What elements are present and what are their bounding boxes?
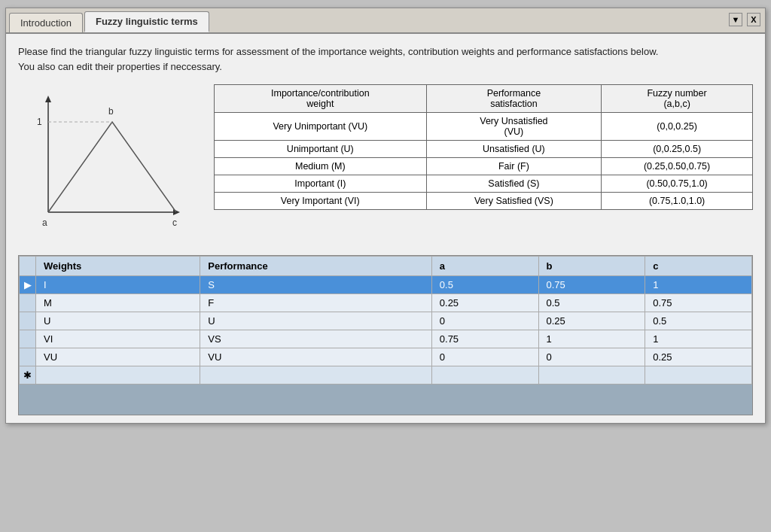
cell-a[interactable]: 0.75	[431, 330, 538, 348]
new-cell-weights[interactable]	[36, 366, 200, 385]
tab-fuzzy-linguistic-terms[interactable]: Fuzzy linguistic terms	[84, 11, 209, 32]
svg-text:a: a	[42, 217, 47, 228]
row-indicator	[20, 330, 36, 348]
svg-text:1: 1	[37, 117, 42, 127]
cell-a[interactable]: 0.25	[431, 294, 538, 312]
content-area: Please find the triangular fuzzy linguis…	[6, 34, 765, 423]
cell-b[interactable]: 0.75	[538, 276, 645, 294]
new-cell-performance[interactable]	[200, 366, 432, 385]
tab-introduction[interactable]: Introduction	[9, 13, 83, 32]
new-row[interactable]: ✱	[20, 366, 752, 385]
cell-weights[interactable]: VU	[36, 348, 200, 366]
cell-weights[interactable]: VI	[36, 330, 200, 348]
cell-b[interactable]: 0.25	[538, 312, 645, 330]
info-row-0: Very Unimportant (VU) Very Unsatisfied(V…	[215, 113, 753, 141]
data-grid-container: Weights Performance a b c ▶ I S 0.5 0.75	[18, 255, 753, 415]
cell-b[interactable]: 0	[538, 348, 645, 366]
col-header-c: c	[645, 257, 752, 276]
col-header-indicator	[20, 257, 36, 276]
row-indicator	[20, 312, 36, 330]
svg-text:b: b	[108, 106, 114, 117]
table-row[interactable]: VI VS 0.75 1 1	[20, 330, 752, 348]
table-row[interactable]: M F 0.25 0.5 0.75	[20, 294, 752, 312]
new-cell-b[interactable]	[538, 366, 645, 385]
col-header-a: a	[431, 257, 538, 276]
row-indicator: ▶	[20, 276, 36, 294]
cell-b[interactable]: 1	[538, 330, 645, 348]
cell-a[interactable]: 0	[431, 348, 538, 366]
cell-performance[interactable]: VU	[200, 348, 432, 366]
cell-c[interactable]: 1	[645, 276, 752, 294]
new-cell-a[interactable]	[431, 366, 538, 385]
cell-c[interactable]: 0.5	[645, 312, 752, 330]
table-row[interactable]: ▶ I S 0.5 0.75 1	[20, 276, 752, 294]
row-indicator	[20, 294, 36, 312]
data-grid: Weights Performance a b c ▶ I S 0.5 0.75	[19, 256, 752, 385]
upper-section: 1 a b c Importance/contributionweight Pe…	[18, 84, 753, 245]
info-row-2: Medium (M) Fair (F) (0.25,0.50,0.75)	[215, 158, 753, 175]
tab-bar: Introduction Fuzzy linguistic terms ▼ X	[6, 8, 765, 34]
cell-c[interactable]: 0.75	[645, 294, 752, 312]
cell-performance[interactable]: U	[200, 312, 432, 330]
cell-c[interactable]: 1	[645, 330, 752, 348]
cell-a[interactable]: 0	[431, 312, 538, 330]
tab-controls: ▼ X	[729, 13, 760, 26]
main-window: Introduction Fuzzy linguistic terms ▼ X …	[5, 8, 766, 424]
row-indicator	[20, 348, 36, 366]
table-row[interactable]: VU VU 0 0 0.25	[20, 348, 752, 366]
col-header-weights: Weights	[36, 257, 200, 276]
col-header-b: b	[538, 257, 645, 276]
close-button[interactable]: X	[747, 13, 760, 26]
info-table: Importance/contributionweight Performanc…	[214, 84, 753, 210]
svg-text:c: c	[172, 217, 177, 228]
cell-weights[interactable]: U	[36, 312, 200, 330]
col-header-performance: Performance	[200, 257, 432, 276]
cell-c[interactable]: 0.25	[645, 348, 752, 366]
cell-weights[interactable]: M	[36, 294, 200, 312]
info-row-1: Unimportant (U) Unsatisfied (U) (0,0.25,…	[215, 141, 753, 158]
triangle-svg: 1 a b c	[18, 92, 191, 242]
cell-weights[interactable]: I	[36, 276, 200, 294]
cell-performance[interactable]: F	[200, 294, 432, 312]
info-row-3: Important (I) Satisfied (S) (0.50,0.75,1…	[215, 175, 753, 193]
table-row[interactable]: U U 0 0.25 0.5	[20, 312, 752, 330]
cell-b[interactable]: 0.5	[538, 294, 645, 312]
cell-performance[interactable]: VS	[200, 330, 432, 348]
info-row-4: Very Important (VI) Very Satisfied (VS) …	[215, 193, 753, 210]
col-header-fuzzy: Fuzzy number(a,b,c)	[602, 85, 753, 113]
triangle-chart: 1 a b c	[18, 84, 199, 245]
tab-arrow-button[interactable]: ▼	[729, 13, 742, 26]
svg-marker-1	[45, 96, 51, 102]
col-header-importance: Importance/contributionweight	[215, 85, 427, 113]
new-row-indicator: ✱	[20, 366, 36, 385]
cell-performance[interactable]: S	[200, 276, 432, 294]
description-text: Please find the triangular fuzzy linguis…	[18, 44, 753, 74]
new-cell-c[interactable]	[645, 366, 752, 385]
cell-a[interactable]: 0.5	[431, 276, 538, 294]
grid-footer	[19, 385, 752, 415]
col-header-performance: Performancesatisfaction	[426, 85, 602, 113]
